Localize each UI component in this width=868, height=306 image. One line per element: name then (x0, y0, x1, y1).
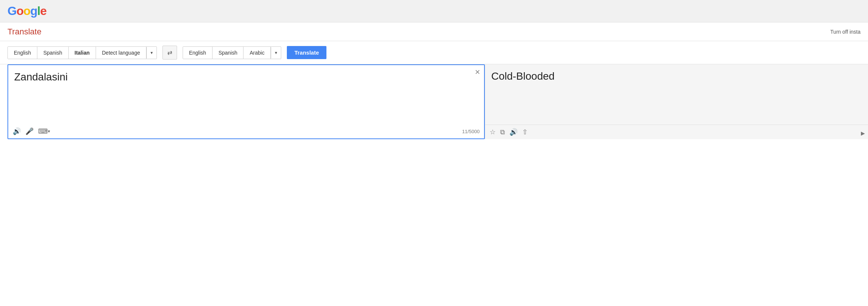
keyboard-dropdown[interactable]: ▾ (48, 129, 50, 134)
source-lang-dropdown[interactable]: ▾ (146, 47, 156, 58)
expand-button[interactable]: ▶ (861, 130, 865, 136)
source-input[interactable]: Zandalasini (8, 65, 484, 124)
logo-letter-o2: o (23, 4, 30, 18)
source-icons: 🔊 🎤 ⌨ ▾ (13, 127, 50, 135)
header: Google (0, 0, 868, 22)
source-mic-button[interactable]: 🎤 (25, 127, 34, 135)
keyboard-button[interactable]: ⌨ (38, 127, 48, 135)
target-lang-group: English Spanish Arabic ▾ (183, 46, 281, 59)
toolbar-row: English Spanish Italian Detect language … (0, 41, 868, 64)
source-lang-group: English Spanish Italian Detect language … (7, 46, 157, 59)
target-lang-spanish[interactable]: Spanish (213, 47, 244, 59)
target-footer: ☆ ⧉ 🔊 ⇧ (485, 125, 868, 139)
logo-letter-g: G (7, 4, 16, 18)
clear-button[interactable]: ✕ (475, 69, 480, 76)
source-lang-italian[interactable]: Italian (69, 47, 96, 59)
swap-languages-button[interactable]: ⇄ (162, 46, 177, 59)
google-logo: Google (7, 4, 46, 18)
source-lang-english[interactable]: English (8, 47, 37, 59)
translation-output: Cold-Blooded (485, 64, 868, 125)
source-speaker-button[interactable]: 🔊 (13, 127, 21, 135)
target-lang-dropdown[interactable]: ▾ (271, 47, 281, 58)
logo-letter-e: e (40, 4, 46, 18)
target-lang-english[interactable]: English (183, 47, 213, 59)
source-lang-spanish[interactable]: Spanish (37, 47, 69, 59)
subheader: Translate Turn off insta (0, 22, 868, 41)
turn-off-label[interactable]: Turn off insta (830, 29, 861, 35)
translate-button[interactable]: Translate (287, 46, 326, 59)
star-icon: ☆ (490, 128, 496, 136)
copy-button[interactable]: ⧉ (500, 128, 505, 136)
star-button[interactable]: ☆ (490, 128, 496, 136)
target-lang-arabic[interactable]: Arabic (244, 47, 271, 59)
source-footer: 🔊 🎤 ⌨ ▾ 11/5000 (8, 124, 484, 138)
mic-icon: 🎤 (25, 127, 34, 135)
target-speaker-button[interactable]: 🔊 (509, 128, 518, 136)
logo-letter-g2: g (30, 4, 37, 18)
share-button[interactable]: ⇧ (522, 128, 528, 136)
source-panel: ✕ Zandalasini 🔊 🎤 ⌨ ▾ 11/5000 (7, 64, 485, 139)
share-icon: ⇧ (522, 128, 528, 136)
target-speaker-icon: 🔊 (509, 128, 518, 136)
keyboard-group: ⌨ ▾ (38, 127, 50, 135)
char-count: 11/5000 (462, 129, 480, 134)
target-panel: Cold-Blooded ☆ ⧉ 🔊 ⇧ ▶ (485, 64, 868, 139)
logo-letter-o1: o (16, 4, 24, 18)
page-title: Translate (7, 27, 41, 37)
keyboard-icon: ⌨ (38, 127, 48, 135)
copy-icon: ⧉ (500, 128, 505, 136)
speaker-icon: 🔊 (13, 127, 21, 135)
main-content: ✕ Zandalasini 🔊 🎤 ⌨ ▾ 11/5000 Co (0, 64, 868, 139)
source-lang-detect[interactable]: Detect language (96, 47, 146, 59)
